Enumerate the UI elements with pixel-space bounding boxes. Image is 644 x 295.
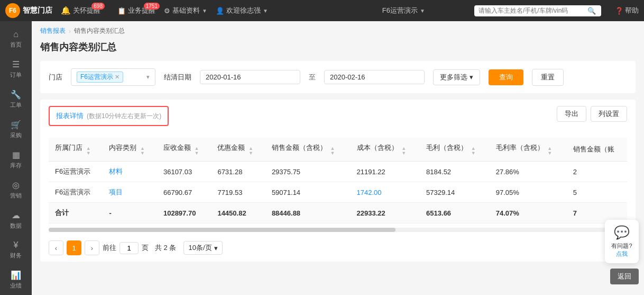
float-widget[interactable]: 💬 有问题? 点我 xyxy=(605,220,639,263)
cell-discount: 7719.53 xyxy=(211,182,265,203)
date-separator: 至 xyxy=(309,73,316,82)
cell-cost: 1742.00 xyxy=(351,182,420,203)
cell-profit: 57329.14 xyxy=(420,182,490,203)
current-page-button[interactable]: 1 xyxy=(67,240,81,255)
sidebar-item-label: 数据 xyxy=(10,222,22,230)
nav-base[interactable]: ⚙ 基础资料 ▼ xyxy=(164,6,207,15)
store-select-arrow: ▾ xyxy=(146,74,150,81)
col-store: 所属门店 ▲▼ xyxy=(49,138,103,162)
chat-icon: 💬 xyxy=(610,225,633,240)
bell-icon: 🔔 xyxy=(61,6,71,15)
store-tag-close[interactable]: ✕ xyxy=(115,74,119,81)
breadcrumb-current: 销售内容类别汇总 xyxy=(74,26,125,35)
float-widget-text: 有问题? xyxy=(610,242,633,250)
care-badge: 698 xyxy=(91,3,105,10)
table-action-bar: 导出 列设置 xyxy=(557,106,627,122)
sort-icon: ▲▼ xyxy=(140,146,145,156)
page-size-value: 10条/页 xyxy=(188,243,211,253)
cell-store: F6运营演示 xyxy=(49,182,103,203)
data-table: 所属门店 ▲▼ 内容类别 ▲▼ 应收金额 ▲▼ xyxy=(49,138,627,224)
filter-bar: 门店 F6运营演示 ✕ ▾ 结清日期 至 更多筛选 ▾ 查询 重置 xyxy=(40,61,636,93)
sidebar-item-data[interactable]: ☁ 数据 xyxy=(1,206,31,234)
footer-row: 合计 - 102897.70 14450.82 88446.88 22933.2… xyxy=(49,203,627,224)
float-widget-click[interactable]: 点我 xyxy=(610,250,633,258)
gear-icon: ⚙ xyxy=(164,7,170,15)
search-box[interactable]: 🔍 xyxy=(474,5,601,16)
sidebar-item-purchase[interactable]: 🛒 采购 xyxy=(1,115,31,144)
table-row: F6运营演示 材料 36107.03 6731.28 29375.75 2119… xyxy=(49,162,627,182)
footer-discount: 14450.82 xyxy=(211,203,265,224)
help-label: 帮助 xyxy=(625,6,639,15)
sidebar: ⌂ 首页 ☰ 订单 🔧 工单 🛒 采购 ▦ 库存 ◎ 营销 ☁ 数据 ¥ 财 xyxy=(0,21,32,295)
cell-profit-rate: 97.05% xyxy=(490,182,567,203)
sort-icon: ▲▼ xyxy=(401,146,406,156)
demo-chevron-icon: ▼ xyxy=(420,8,425,14)
sort-icon: ▲▼ xyxy=(86,146,91,156)
col-setting-button[interactable]: 列设置 xyxy=(591,106,627,122)
goto-page-input[interactable] xyxy=(119,242,139,254)
sort-icon: ▲▼ xyxy=(249,146,253,156)
sidebar-item-inventory[interactable]: ▦ 库存 xyxy=(1,146,31,174)
sort-icon: ▲▼ xyxy=(195,146,199,156)
col-profit-rate: 毛利率（含税） ▲▼ xyxy=(490,138,567,162)
page-title: 销售内容类别汇总 xyxy=(40,41,636,53)
goto-label: 前往 xyxy=(103,243,116,253)
date-from-input[interactable] xyxy=(200,70,300,84)
demo-label: F6运营演示 xyxy=(382,6,418,15)
table-body: F6运营演示 材料 36107.03 6731.28 29375.75 2119… xyxy=(49,162,627,203)
pagination: ‹ 1 › 前往 页 共 2 条 10条/页 ▾ xyxy=(49,240,627,255)
performance-icon: 📊 xyxy=(11,270,21,280)
purchase-icon: 🛒 xyxy=(11,120,21,130)
sidebar-item-workorder[interactable]: 🔧 工单 xyxy=(1,85,31,113)
user-icon: 👤 xyxy=(216,7,224,15)
date-label: 结清日期 xyxy=(164,73,191,82)
sidebar-item-performance[interactable]: 📊 业绩 xyxy=(1,266,31,294)
page-unit-label: 页 xyxy=(142,243,149,253)
top-nav: F6 智慧门店 🔔 关怀提醒 698 📋 业务提醒 1751 ⚙ 基础资料 ▼ … xyxy=(0,0,644,21)
col-sales: 销售金额（含税） ▲▼ xyxy=(265,138,351,162)
page-size-select[interactable]: 10条/页 ▾ xyxy=(183,241,222,255)
search-input[interactable] xyxy=(479,7,584,14)
sidebar-item-label: 财务 xyxy=(10,252,22,260)
footer-category: - xyxy=(103,203,157,224)
sidebar-item-label: 营销 xyxy=(10,192,22,200)
sidebar-item-finance[interactable]: ¥ 财务 xyxy=(1,236,31,264)
reset-button[interactable]: 重置 xyxy=(532,69,564,86)
breadcrumb-parent[interactable]: 销售报表 xyxy=(40,26,66,35)
report-detail-link[interactable]: 报表详情 xyxy=(56,111,84,121)
report-update-hint: (数据10分钟左右更新一次) xyxy=(87,112,161,121)
nav-user[interactable]: 👤 欢迎徐志强 ▼ xyxy=(216,6,268,15)
base-label: 基础资料 xyxy=(172,6,200,15)
sidebar-item-home[interactable]: ⌂ 首页 xyxy=(1,25,31,53)
cell-category[interactable]: 材料 xyxy=(103,162,157,182)
more-filter-button[interactable]: 更多筛选 ▾ xyxy=(433,69,480,85)
app-logo: F6 智慧门店 xyxy=(5,3,52,18)
more-filter-chevron-icon: ▾ xyxy=(470,73,473,81)
footer-profit-rate: 74.07% xyxy=(490,203,567,224)
main-content: 销售报表 › 销售内容类别汇总 销售内容类别汇总 门店 F6运营演示 ✕ ▾ 结… xyxy=(32,21,644,295)
nav-care[interactable]: 🔔 关怀提醒 698 xyxy=(61,6,100,15)
store-select[interactable]: F6运营演示 ✕ ▾ xyxy=(71,68,155,86)
footer-label: 合计 xyxy=(49,203,103,224)
cell-category[interactable]: 项目 xyxy=(103,182,157,203)
nav-demo[interactable]: F6运营演示 ▼ xyxy=(382,6,425,15)
sidebar-item-label: 订单 xyxy=(10,71,22,79)
cell-receivable: 66790.67 xyxy=(157,182,211,203)
nav-business[interactable]: 📋 业务提醒 1751 xyxy=(117,6,155,15)
help-button[interactable]: ❓ 帮助 xyxy=(615,6,639,15)
export-button[interactable]: 导出 xyxy=(557,106,586,122)
finance-icon: ¥ xyxy=(14,240,19,250)
chevron-down-icon: ▼ xyxy=(202,8,207,14)
user-chevron-icon: ▼ xyxy=(263,8,268,14)
back-button[interactable]: 返回 xyxy=(610,269,639,284)
store-tag: F6运营演示 ✕ xyxy=(77,71,123,83)
prev-page-button[interactable]: ‹ xyxy=(49,240,63,255)
cell-sales-acc: 2 xyxy=(567,162,627,182)
sidebar-item-order[interactable]: ☰ 订单 xyxy=(1,55,31,83)
date-to-input[interactable] xyxy=(324,70,425,84)
query-button[interactable]: 查询 xyxy=(489,69,523,85)
horizontal-scrollbar[interactable] xyxy=(49,228,627,232)
next-page-button[interactable]: › xyxy=(85,240,99,255)
col-sales-acc: 销售金额（账 xyxy=(567,138,627,162)
sidebar-item-marketing[interactable]: ◎ 营销 xyxy=(1,176,31,204)
